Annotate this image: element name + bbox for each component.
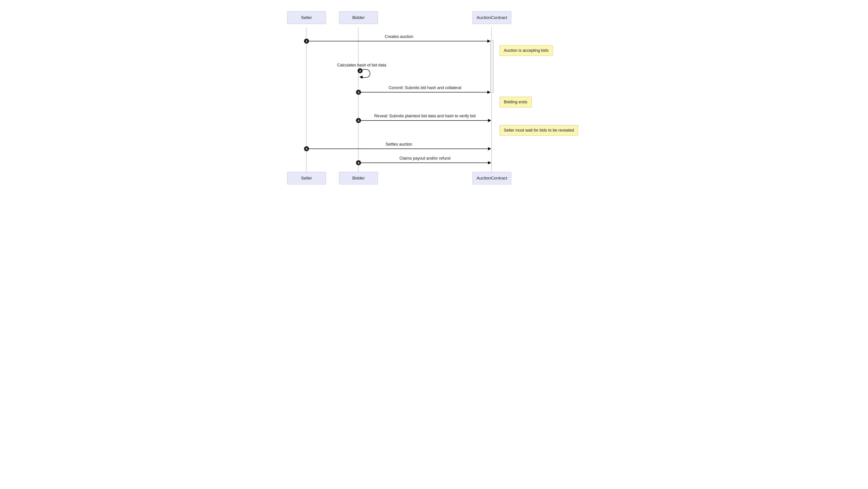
lifeline-bidder: [358, 27, 359, 172]
self-loop-2: [363, 69, 370, 78]
seq-num-4: 4: [356, 118, 361, 123]
note-bidding-ends: Bidding ends: [500, 97, 532, 108]
seq-num-5: 5: [304, 146, 309, 151]
msg-label-6: Claims payout and/or refund: [399, 156, 451, 161]
arrow-3-head: [487, 91, 491, 94]
arrow-1-line: [309, 41, 488, 41]
activation-contract: [490, 40, 493, 92]
note-accepting-bids: Auction is accepting bids: [500, 45, 553, 56]
actor-contract-bottom: AuctionContract: [472, 172, 511, 184]
msg-label-2: Calculates hash of bid data: [337, 63, 386, 68]
seq-num-6: 6: [356, 160, 361, 165]
msg-label-3: Commit: Submits bid hash and collateral: [389, 86, 461, 90]
msg-label-4: Reveal: Submits plaintext bid data and h…: [374, 114, 475, 119]
msg-label-5: Settles auction: [385, 142, 412, 147]
actor-bidder-bottom: Bidder: [339, 172, 378, 184]
arrow-5-head: [488, 147, 491, 150]
sequence-diagram: Seller Bidder AuctionContract Creates au…: [276, 9, 592, 190]
arrow-4-head: [488, 119, 491, 122]
self-loop-2-head: [360, 75, 363, 79]
arrow-6-head: [488, 161, 491, 164]
arrow-6-line: [361, 162, 489, 163]
actor-seller-bottom: Seller: [287, 172, 326, 184]
note-wait-reveal: Seller must wait for bids to be revealed: [500, 125, 578, 135]
actor-contract-top: AuctionContract: [472, 11, 511, 24]
actor-seller-top: Seller: [287, 11, 326, 24]
arrow-1-head: [487, 39, 491, 43]
seq-num-2: 2: [358, 68, 363, 73]
arrow-5-line: [309, 149, 489, 149]
arrow-4-line: [361, 120, 489, 121]
actor-bidder-top: Bidder: [339, 11, 378, 24]
seq-num-1: 1: [304, 39, 309, 43]
arrow-3-line: [361, 92, 488, 92]
msg-label-1: Creates auction: [385, 34, 413, 39]
seq-num-3: 3: [356, 90, 361, 95]
